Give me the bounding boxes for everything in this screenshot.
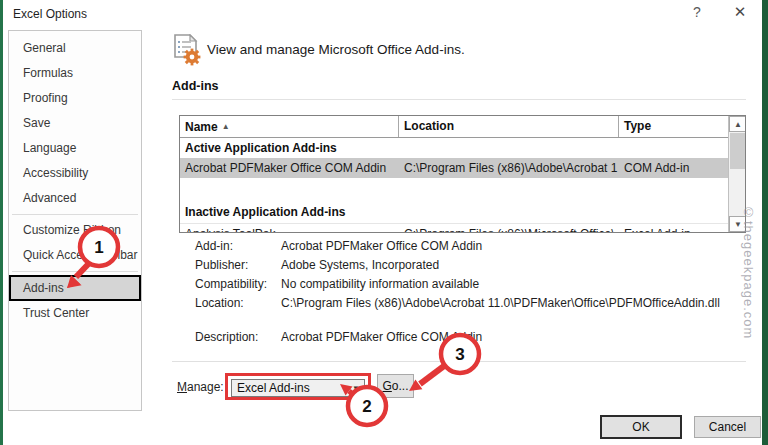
manage-dropdown[interactable]: Excel Add-ins ▼ [231, 379, 365, 397]
sidebar-item-general[interactable]: General [9, 36, 141, 61]
sidebar-item-add-ins[interactable]: Add-ins [9, 275, 141, 301]
table-row-analysis-toolpak[interactable]: Analysis ToolPak C:\Program Files (x86)\… [180, 223, 728, 233]
gear-icon [184, 49, 201, 66]
manage-dropdown-value: Excel Add-ins [237, 381, 310, 395]
detail-label-addin: Add-in: [195, 239, 233, 253]
cell-name: Analysis ToolPak [180, 224, 399, 233]
sidebar-separator [12, 271, 138, 272]
watermark: ©thegeekpage.com [741, 205, 756, 420]
sidebar-item-trust-center[interactable]: Trust Center [9, 301, 141, 326]
scrollbar-thumb[interactable] [730, 133, 746, 169]
cell-location: C:\Program Files (x86)\Microsoft Office\ [399, 224, 619, 233]
cell-type: Excel Add-in [619, 224, 728, 233]
close-button[interactable]: ✕ [728, 1, 752, 23]
sidebar-item-customize-ribbon[interactable]: Customize Ribbon [9, 218, 141, 243]
sort-ascending-icon: ▲ [222, 122, 230, 131]
go-button[interactable]: Go... [377, 374, 414, 398]
detail-label-compatibility: Compatibility: [195, 277, 267, 291]
addins-table: Name▲ Location Type Active Application A… [179, 115, 746, 233]
sidebar-item-advanced[interactable]: Advanced [9, 186, 141, 211]
section-title: Add-ins [172, 79, 219, 93]
dialog-title: Excel Options [13, 7, 87, 21]
excel-window-edge-left [0, 0, 3, 445]
table-header-row: Name▲ Location Type [180, 116, 728, 138]
step3-arrow-icon [409, 366, 444, 391]
cell-type: COM Add-in [619, 158, 728, 178]
page-description: View and manage Microsoft Office Add-ins… [207, 42, 465, 57]
sidebar-item-proofing[interactable]: Proofing [9, 86, 141, 111]
cell-location: C:\Program Files (x86)\Adobe\Acrobat 1 [399, 158, 619, 178]
sidebar-item-accessibility[interactable]: Accessibility [9, 161, 141, 186]
scroll-up-icon[interactable]: ▲ [729, 116, 746, 132]
column-header-location[interactable]: Location [399, 116, 619, 137]
excel-window-edge-right [762, 0, 768, 445]
detail-label-description: Description: [195, 330, 258, 344]
chevron-down-icon: ▼ [352, 381, 360, 397]
detail-value-location: C:\Program Files (x86)\Adobe\Acrobat 11.… [281, 296, 720, 310]
help-button[interactable]: ? [686, 2, 708, 22]
sidebar-item-language[interactable]: Language [9, 136, 141, 161]
group-header-inactive: Inactive Application Add-ins [180, 205, 728, 219]
detail-label-publisher: Publisher: [195, 258, 248, 272]
table-row-acrobat-pdfmaker[interactable]: Acrobat PDFMaker Office COM Addin C:\Pro… [180, 158, 728, 178]
sidebar-item-save[interactable]: Save [9, 111, 141, 136]
detail-label-location: Location: [195, 296, 244, 310]
options-sidebar: General Formulas Proofing Save Language … [8, 30, 142, 411]
sidebar-item-formulas[interactable]: Formulas [9, 61, 141, 86]
manage-label: Manage: [177, 380, 224, 394]
sidebar-separator [12, 214, 138, 215]
detail-value-addin: Acrobat PDFMaker Office COM Addin [281, 239, 482, 253]
detail-value-compatibility: No compatibility information available [281, 277, 479, 291]
column-header-type[interactable]: Type [619, 116, 728, 137]
ok-button[interactable]: OK [600, 415, 682, 439]
column-header-name[interactable]: Name▲ [180, 116, 399, 137]
cell-name: Acrobat PDFMaker Office COM Addin [180, 158, 399, 178]
section-divider [172, 99, 746, 100]
group-header-active: Active Application Add-ins [180, 141, 728, 155]
detail-value-publisher: Adobe Systems, Incorporated [281, 258, 439, 272]
manage-divider [172, 361, 746, 362]
excel-options-dialog: Excel Options ? ✕ General Formulas Proof… [0, 0, 768, 445]
sidebar-item-quick-access-toolbar[interactable]: Quick Access Toolbar [9, 243, 141, 268]
addins-page-icon [172, 34, 202, 66]
detail-value-description: Acrobat PDFMaker Office COM Addin [281, 330, 482, 344]
